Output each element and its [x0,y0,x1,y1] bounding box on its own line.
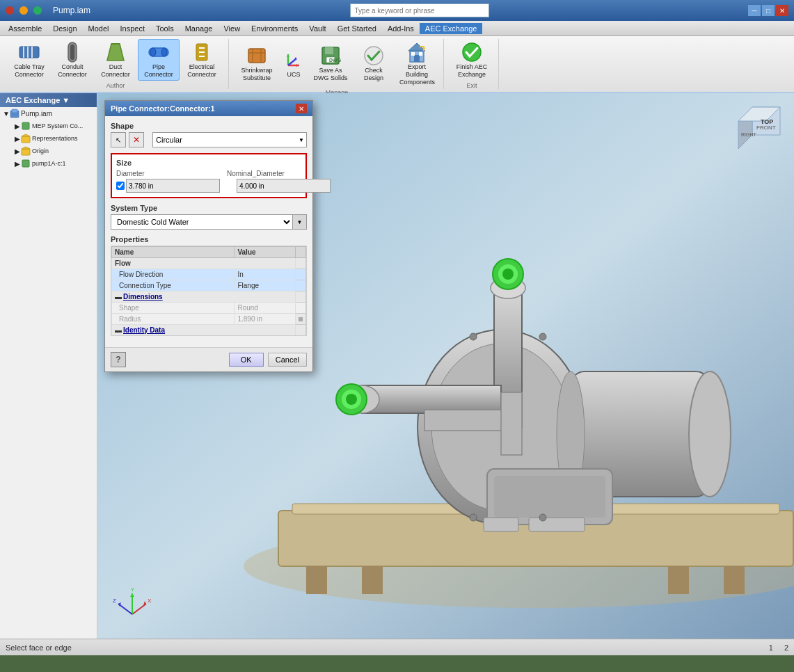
menu-item-tools[interactable]: Tools [150,23,180,34]
tree-item-representations[interactable]: ▶ Representations [0,132,97,145]
view-cube[interactable]: TOP FRONT RIGHT [731,100,787,156]
description-row[interactable]: Description ▼ [112,336,306,337]
menu-item-get-started[interactable]: Get Started [332,23,382,34]
shape-prop-value: Round [235,303,296,314]
properties-scroll[interactable]: Name Value Flow [111,246,307,336]
help-button[interactable]: ? [111,352,126,367]
diameter-checkbox[interactable] [116,182,125,190]
expand-icon-repr: ▶ [14,135,21,143]
system-arrow[interactable]: ▼ [293,214,307,230]
save-as-label: Save As DWG Solids [313,67,348,82]
search-input[interactable] [350,3,489,17]
tree-item-pump1a[interactable]: ▶ pump1A-c:1 [0,157,97,170]
svg-point-73 [539,333,546,340]
menu-item-manage[interactable]: Manage [180,23,219,34]
ok-button[interactable]: OK [229,353,264,367]
svg-rect-31 [411,52,415,56]
conduit-label: Conduit Connector [55,63,90,79]
identity-collapse-icon[interactable]: ▬ [115,326,122,334]
ribbon-btn-pipe[interactable]: Pipe Connector [138,39,180,81]
menu-item-assemble[interactable]: Assemble [3,23,47,34]
cancel-button[interactable]: Cancel [268,353,307,367]
svg-point-54 [689,371,731,497]
description-name: Description [112,336,235,337]
identity-data-category: ▬ Identity Data [112,325,296,336]
sidebar-header[interactable]: AEC Exchange ▼ [0,93,97,107]
dimensions-collapse-icon[interactable]: ▬ [115,293,122,301]
radius-value: 1.890 in [235,314,296,325]
diameter-input-row [116,179,220,193]
viewport[interactable]: X Y Z TOP FRONT RIGHT [97,93,794,639]
conduit-icon [61,41,84,63]
identity-data-category-row: ▬ Identity Data [112,325,306,336]
menu-item-design[interactable]: Design [47,23,82,34]
svg-rect-69 [529,518,585,531]
shape-reset-btn[interactable]: ✕ [129,132,144,147]
ribbon-btn-shrinkwrap[interactable]: Shrinkwrap Substitute [236,42,278,84]
export-building-label: Export Building Components [399,63,434,86]
tree-item-pump-iam[interactable]: ▼ Pump.iam [0,107,97,120]
svg-rect-32 [419,52,422,56]
status-message: Select face or edge [6,643,72,652]
connection-type-value: Flange [235,280,296,291]
shape-select[interactable]: Circular Rectangular Oval [152,132,307,147]
svg-text:FRONT: FRONT [756,125,776,131]
menu-item-add-ins[interactable]: Add-Ins [382,23,420,34]
svg-rect-70 [424,410,508,431]
dimensions-label: Dimensions [123,293,163,301]
exit-group-label: Exit [466,82,477,89]
tree-item-origin[interactable]: ▶ Origin [0,145,97,157]
connection-type-row[interactable]: Connection Type Flange [112,280,306,291]
ribbon-btn-cable-tray[interactable]: Cable Tray Connector [8,39,50,81]
cable-tray-icon [18,41,40,63]
system-type-label: System Type [111,204,307,212]
pipe-icon [148,41,170,63]
menu-item-inspect[interactable]: Inspect [115,23,150,34]
diameter-label: Diameter [116,170,220,177]
app-title: Pump.iam [53,6,90,15]
expand-icon: ▼ [3,110,10,118]
system-type-select[interactable]: Domestic Cold Water Domestic Hot Water S… [111,214,293,230]
svg-rect-37 [22,122,29,129]
svg-rect-38 [22,136,30,143]
tree-item-mep-system[interactable]: ▶ MEP System Co... [0,120,97,132]
system-type-field-group: System Type Domestic Cold Water Domestic… [111,204,307,230]
ribbon-btn-ucs[interactable]: UCS [279,47,308,81]
minimize-button[interactable]: ─ [748,5,761,16]
ribbon-btn-save-as[interactable]: DWG Save As DWG Solids [310,42,351,84]
shape-field-group: Shape ↖ ✕ Circular Rectangular Oval [111,122,307,147]
ribbon-btn-export-building[interactable]: Export Building Components [396,39,438,88]
status-coords: 1 2 [769,643,788,652]
dialog-body: Shape ↖ ✕ Circular Rectangular Oval [105,116,312,347]
ribbon-group-author: Cable Tray Connector Conduit Connector [3,39,229,89]
shrinkwrap-icon [246,45,268,67]
diameter-input[interactable] [126,179,220,193]
menu-item-environments[interactable]: Environments [246,23,303,34]
menu-item-view[interactable]: View [218,23,246,34]
ribbon-btn-conduit[interactable]: Conduit Connector [51,39,93,81]
electrical-icon [191,41,213,63]
shape-select-wrapper: Circular Rectangular Oval [152,132,307,147]
ribbon-btn-finish-aec[interactable]: Finish AEC Exchange [451,39,493,81]
ribbon-btn-check-design[interactable]: Check Design [353,42,395,84]
dialog-close-button[interactable]: ✕ [296,104,307,113]
shape-select-btn[interactable]: ↖ [111,132,126,147]
tree-label-pump1a: pump1A-c:1 [32,160,66,167]
pipe-connector-dialog: Pipe Connector:Connector:1 ✕ Shape ↖ ✕ C… [104,100,313,372]
save-as-icon: DWG [319,45,342,67]
shape-row: ↖ ✕ Circular Rectangular Oval [111,132,307,147]
maximize-button[interactable]: □ [762,5,775,16]
sidebar-title: AEC Exchange ▼ [6,96,70,104]
ribbon-btn-duct[interactable]: Duct Connector [95,39,136,81]
menu-item-model[interactable]: Model [83,23,115,34]
svg-rect-49 [668,566,689,594]
menu-item-vault[interactable]: Vault [303,23,331,34]
close-button[interactable]: ✕ [776,5,788,16]
ribbon-btn-electrical[interactable]: Electrical Connector [181,39,223,81]
action-buttons: OK Cancel [229,353,307,367]
author-group-label: Author [106,82,125,89]
menu-item-aec-exchange[interactable]: AEC Exchange [420,23,483,34]
nominal-diameter-input[interactable] [237,179,331,193]
svg-rect-5 [70,45,74,60]
flow-direction-row[interactable]: Flow Direction In [112,269,306,280]
